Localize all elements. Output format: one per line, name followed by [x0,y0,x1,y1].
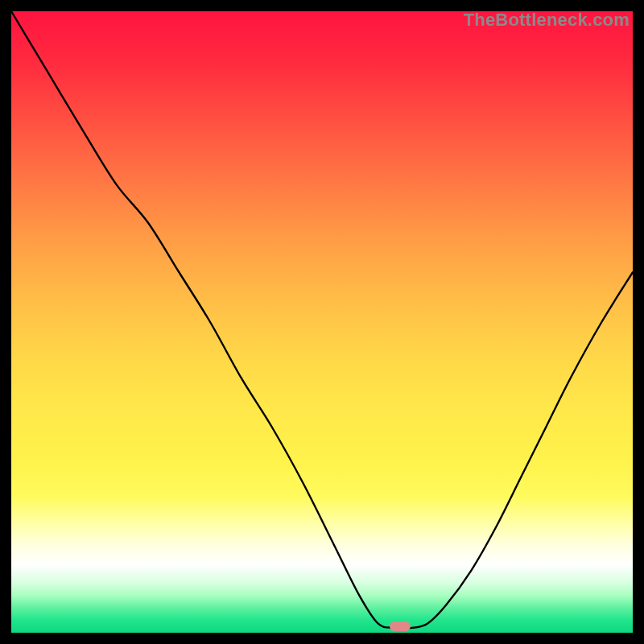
watermark-text: TheBottleneck.com [464,10,630,31]
chart-frame: TheBottleneck.com [11,11,633,633]
optimal-point-marker [390,621,411,631]
gradient-background [11,11,633,633]
